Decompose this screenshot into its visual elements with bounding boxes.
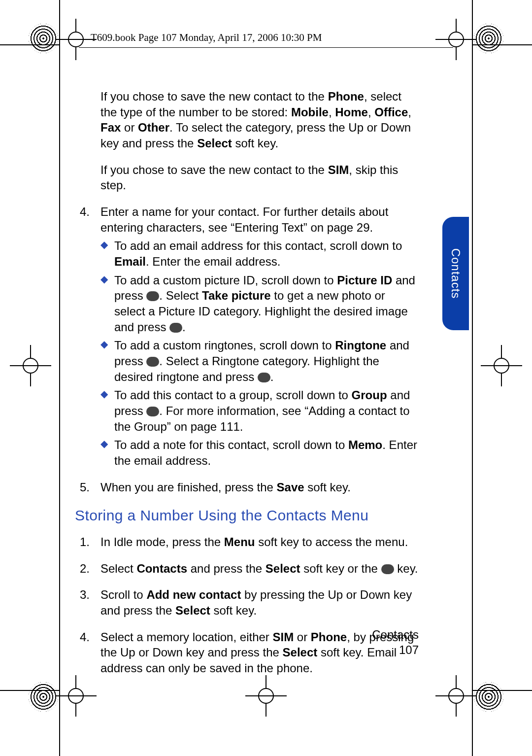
page-footer: Contacts 107 [74,627,419,657]
ok-key-icon [146,291,159,301]
ok-key-icon [146,357,159,367]
list-item: 5. When you are finished, press the Save… [74,480,419,495]
section-tab-contacts: Contacts [442,217,469,330]
bullet-item: To add this contact to a group, scroll d… [100,387,419,434]
registration-crosshair [445,685,467,707]
registration-spiral [29,682,58,712]
section-heading: Storing a Number Using the Contacts Menu [75,506,419,525]
list-number: 2. [80,561,90,577]
registration-crosshair [255,685,277,707]
registration-spiral [29,24,58,53]
crop-rule [473,690,532,691]
paragraph: If you chose to save the new contact to … [74,162,419,193]
crop-rule [0,44,59,45]
registration-spiral [474,24,503,53]
registration-crosshair [20,355,41,377]
list-item: 1. In Idle mode, press the Menu soft key… [74,534,419,550]
bullet-item: To add a custom ringtones, scroll down t… [100,338,419,384]
ok-key-icon [146,407,159,416]
list-number: 3. [80,587,90,603]
ok-key-icon [169,323,182,333]
bullet-item: To add an email address for this contact… [100,238,419,269]
registration-crosshair [491,355,512,377]
paragraph: If you chose to save the new contact to … [74,89,419,151]
registration-crosshair [65,685,87,707]
crop-rule [79,47,453,48]
list-number: 4. [80,204,90,220]
list-item: 4. Enter a name for your contact. For fu… [74,204,419,469]
list-item: 3. Scroll to Add new contact by pressing… [74,587,419,618]
ok-key-icon [381,564,394,574]
ok-key-icon [258,373,270,382]
section-tab-label: Contacts [449,248,463,299]
list-item: 2. Select Contacts and press the Select … [74,561,419,577]
crop-rule [59,0,60,756]
page-header: T609.book Page 107 Monday, April 17, 200… [91,32,441,44]
list-number: 1. [80,534,90,550]
footer-page-number: 107 [74,642,419,657]
crop-rule [0,690,59,691]
crop-rule [473,44,532,45]
page-body: If you chose to save the new contact to … [74,89,419,687]
bullet-item: To add a custom picture ID, scroll down … [100,273,419,335]
footer-section: Contacts [74,627,419,642]
bullet-item: To add a note for this contact, scroll d… [100,437,419,468]
registration-spiral [474,682,503,712]
list-number: 5. [80,480,90,495]
crop-rule [472,0,473,756]
